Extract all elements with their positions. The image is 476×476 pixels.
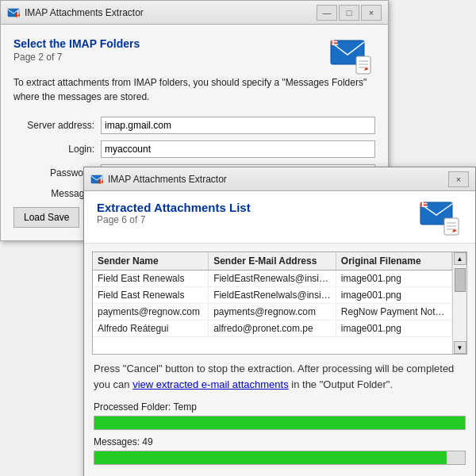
server-input[interactable] bbox=[101, 117, 375, 134]
fg-titlebar-left: ! IMAP Attachments Extractor bbox=[90, 173, 227, 186]
progress-messages-bar-bg bbox=[94, 451, 466, 465]
bg-titlebar: ! IMAP Attachments Extractor — □ × bbox=[1, 1, 388, 25]
cell-sender-2: payments@regnow.com bbox=[93, 304, 209, 320]
minimize-btn[interactable]: — bbox=[317, 5, 337, 21]
attachments-table: Sender Name Sender E-Mail Address Origin… bbox=[92, 251, 467, 355]
foreground-window: ! IMAP Attachments Extractor × Extracted… bbox=[83, 167, 476, 476]
server-row: Server address: bbox=[13, 117, 375, 134]
fg-header: Extracted Attachments List Page 6 of 7 E bbox=[84, 191, 475, 244]
login-row: Login: bbox=[13, 140, 375, 158]
bg-logo-icon: E bbox=[329, 37, 375, 75]
cell-sender-3: Alfredo Reátegui bbox=[93, 321, 209, 336]
app-icon: ! bbox=[7, 6, 20, 19]
table-row: Alfredo Reátegui alfredo@pronet.com.pe i… bbox=[93, 321, 466, 337]
fg-app-icon: ! bbox=[90, 173, 103, 186]
cell-sender-0: Field East Renewals bbox=[93, 271, 209, 286]
bg-titlebar-left: ! IMAP Attachments Extractor bbox=[7, 6, 144, 19]
fg-page-sub: Page 6 of 7 bbox=[97, 214, 251, 225]
col-filename: Original Filename bbox=[336, 252, 452, 270]
scroll-down-btn[interactable]: ▼ bbox=[454, 341, 466, 354]
bg-page-title: Select the IMAP Folders bbox=[13, 37, 140, 50]
bg-info-text: To extract attachments from IMAP folders… bbox=[13, 75, 375, 104]
scroll-up-btn[interactable]: ▲ bbox=[454, 252, 466, 265]
cell-sender-1: Field East Renewals bbox=[93, 287, 209, 303]
fg-window-controls: × bbox=[448, 171, 469, 187]
table-scrollbar[interactable]: ▲ ▼ bbox=[452, 252, 466, 354]
fg-window-title: IMAP Attachments Extractor bbox=[108, 174, 227, 185]
scroll-thumb[interactable] bbox=[455, 268, 466, 292]
svg-text:E: E bbox=[421, 201, 428, 209]
fg-titlebar: ! IMAP Attachments Extractor × bbox=[84, 167, 475, 191]
cell-email-0: FieldEastRenewals@insig... bbox=[209, 271, 336, 286]
progress-folder-label: Processed Folder: Temp bbox=[94, 401, 466, 413]
load-save-button[interactable]: Load Save bbox=[13, 207, 79, 228]
fg-close-btn[interactable]: × bbox=[448, 171, 469, 187]
fg-page-title: Extracted Attachments List bbox=[97, 201, 251, 214]
cell-file-2: RegNow Payment Notific... bbox=[336, 304, 452, 320]
login-input[interactable] bbox=[101, 140, 375, 158]
svg-rect-6 bbox=[356, 56, 370, 74]
bg-page-sub: Page 2 of 7 bbox=[13, 52, 140, 63]
bg-window-title: IMAP Attachments Extractor bbox=[25, 7, 144, 18]
progress-section: Processed Folder: Temp Messages: 49 bbox=[84, 398, 475, 476]
maximize-btn[interactable]: □ bbox=[339, 5, 359, 21]
login-label: Login: bbox=[13, 144, 101, 155]
col-sender-email: Sender E-Mail Address bbox=[209, 252, 336, 270]
table-row: Field East Renewals FieldEastRenewals@in… bbox=[93, 271, 466, 287]
svg-text:!: ! bbox=[100, 174, 103, 186]
cell-email-1: FieldEastRenelwals@insig... bbox=[209, 287, 336, 303]
cell-file-1: image001.png bbox=[336, 287, 452, 303]
progress-folder-bar-fill bbox=[94, 416, 465, 429]
info-text-end: in the "Output Folder". bbox=[289, 378, 393, 390]
messages-label: Messages: 49 bbox=[94, 436, 466, 447]
cell-file-3: image001.png bbox=[336, 321, 452, 336]
cell-email-3: alfredo@pronet.com.pe bbox=[209, 321, 336, 336]
server-label: Server address: bbox=[13, 120, 101, 131]
col-sender-name: Sender Name bbox=[93, 252, 209, 270]
svg-text:E: E bbox=[332, 37, 339, 48]
close-btn[interactable]: × bbox=[361, 5, 382, 21]
table-header: Sender Name Sender E-Mail Address Origin… bbox=[93, 252, 466, 271]
table-row: Field East Renewals FieldEastRenelwals@i… bbox=[93, 287, 466, 304]
table-row: payments@regnow.com payments@regnow.com … bbox=[93, 304, 466, 321]
bg-window-controls: — □ × bbox=[317, 5, 382, 21]
cell-email-2: payments@regnow.com bbox=[209, 304, 336, 320]
svg-text:!: ! bbox=[17, 7, 20, 19]
info-area: Press "Cancel" button to stop the extrac… bbox=[84, 355, 475, 398]
fg-logo-icon: E bbox=[419, 201, 463, 236]
cell-file-0: image001.png bbox=[336, 271, 452, 286]
info-link[interactable]: view extracted e-mail attachments bbox=[132, 378, 289, 390]
progress-folder-bar-bg bbox=[94, 416, 466, 430]
progress-messages-bar-fill bbox=[94, 451, 447, 464]
